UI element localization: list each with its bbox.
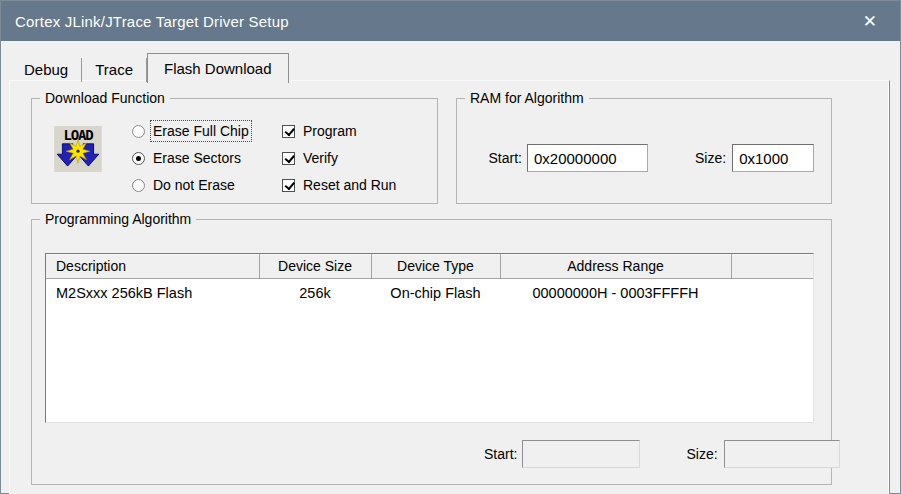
algorithm-size-input xyxy=(724,440,840,468)
checkbox-program[interactable] xyxy=(282,125,295,138)
radio-erase-sectors[interactable] xyxy=(132,152,145,165)
cell-device-size[interactable]: 256k xyxy=(259,279,371,307)
radio-erase-full-chip[interactable] xyxy=(132,125,145,138)
download-function-group-label: Download Function xyxy=(40,90,170,106)
cell-address-range[interactable]: 00000000H - 0003FFFFH xyxy=(500,279,731,307)
checkbox-reset-and-run[interactable] xyxy=(282,179,295,192)
checkbox-program-label[interactable]: Program xyxy=(303,123,357,139)
radio-erase-full-chip-label[interactable]: Erase Full Chip xyxy=(153,123,249,139)
download-function-group: Download Function LOAD Erase Full Chip E… xyxy=(31,98,438,204)
checkbox-row-program: Program xyxy=(282,123,357,139)
programming-algorithm-group: Programming Algorithm Description Device… xyxy=(31,219,832,485)
algorithm-start-input xyxy=(522,440,640,468)
ram-size-input[interactable] xyxy=(732,144,814,172)
column-header-description[interactable]: Description xyxy=(46,254,259,279)
radio-do-not-erase-label[interactable]: Do not Erase xyxy=(153,177,235,193)
column-header-empty[interactable] xyxy=(731,254,813,279)
ram-for-algorithm-group-label: RAM for Algorithm xyxy=(465,90,589,106)
checkbox-verify-label[interactable]: Verify xyxy=(303,150,338,166)
checkbox-reset-and-run-label[interactable]: Reset and Run xyxy=(303,177,396,193)
ram-for-algorithm-group: RAM for Algorithm Start: Size: xyxy=(456,98,832,204)
close-icon[interactable]: ✕ xyxy=(850,1,890,41)
ram-start-label: Start: xyxy=(482,150,522,166)
column-header-address-range[interactable]: Address Range xyxy=(500,254,731,279)
title-bar[interactable]: Cortex JLink/JTrace Target Driver Setup … xyxy=(1,1,900,41)
ram-start-input[interactable] xyxy=(527,144,648,172)
algorithm-start-label: Start: xyxy=(484,446,517,462)
radio-row-erase-full-chip: Erase Full Chip xyxy=(132,123,249,139)
radio-row-erase-sectors: Erase Sectors xyxy=(132,150,241,166)
tab-trace[interactable]: Trace xyxy=(82,58,147,82)
cell-device-type[interactable]: On-chip Flash xyxy=(371,279,500,307)
table-row[interactable]: M2Sxxx 256kB Flash 256k On-chip Flash 00… xyxy=(46,279,813,307)
column-header-device-size[interactable]: Device Size xyxy=(259,254,371,279)
tab-strip: Debug Trace Flash Download xyxy=(11,51,289,82)
radio-erase-sectors-label[interactable]: Erase Sectors xyxy=(153,150,241,166)
radio-row-do-not-erase: Do not Erase xyxy=(132,177,235,193)
algorithm-size-label: Size: xyxy=(686,446,717,462)
algorithm-table: Description Device Size Device Type Addr… xyxy=(46,254,813,306)
cell-empty[interactable] xyxy=(731,279,813,307)
dialog-window: Cortex JLink/JTrace Target Driver Setup … xyxy=(0,0,901,494)
tab-flash-download[interactable]: Flash Download xyxy=(147,53,289,83)
checkbox-row-reset-and-run: Reset and Run xyxy=(282,177,396,193)
window-title: Cortex JLink/JTrace Target Driver Setup xyxy=(15,13,289,30)
checkbox-row-verify: Verify xyxy=(282,150,338,166)
column-header-device-type[interactable]: Device Type xyxy=(371,254,500,279)
table-header-row: Description Device Size Device Type Addr… xyxy=(46,254,813,279)
algorithm-range-fields: Start: Size: xyxy=(32,440,831,468)
cell-description[interactable]: M2Sxxx 256kB Flash xyxy=(46,279,259,307)
load-icon: LOAD xyxy=(54,126,102,172)
checkbox-verify[interactable] xyxy=(282,152,295,165)
programming-algorithm-group-label: Programming Algorithm xyxy=(40,211,196,227)
algorithm-listview[interactable]: Description Device Size Device Type Addr… xyxy=(45,253,814,423)
radio-do-not-erase[interactable] xyxy=(132,179,145,192)
ram-size-label: Size: xyxy=(695,150,726,166)
tab-debug[interactable]: Debug xyxy=(11,58,82,82)
